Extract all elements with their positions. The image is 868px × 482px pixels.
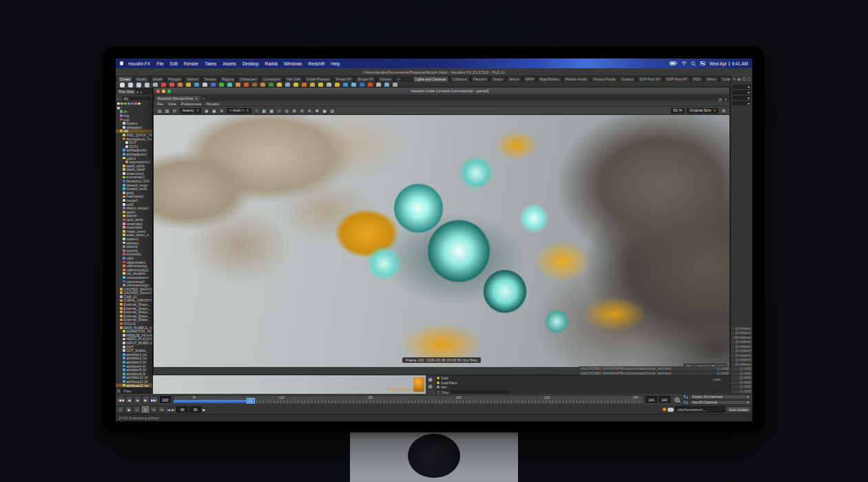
tree-filter-input[interactable]: Filter — [121, 388, 151, 393]
tree-node-row[interactable]: attribcopy2 (uv — [116, 384, 152, 387]
toolbar-icon[interactable]: ○ — [276, 108, 282, 114]
toolbar-icon[interactable]: ▦ — [261, 108, 267, 114]
range-start-field2[interactable]: 88 — [189, 406, 201, 412]
keyframe-options-button[interactable]: ◉ — [125, 406, 132, 412]
range-start-field[interactable]: 88 — [176, 406, 188, 412]
toolbar-icon[interactable]: ▣ — [322, 108, 328, 114]
toolbar-icon[interactable]: ◎ — [284, 108, 290, 114]
shelf-tab[interactable]: Grains — [490, 76, 506, 82]
edit-icon[interactable]: ✎ — [733, 77, 736, 82]
filter-mat-icon[interactable] — [131, 103, 134, 105]
menubar-item[interactable]: Takes — [205, 61, 216, 66]
info-icon[interactable]: ⓘ — [742, 77, 746, 82]
material-row[interactable]: Iron — [437, 385, 510, 390]
toolbar-icon[interactable]: ▤ — [329, 108, 335, 114]
shelf-tab[interactable]: Particle Fluids — [563, 76, 590, 82]
jump-to-operator-icon[interactable]: ➤ — [747, 90, 750, 94]
shelf-tab[interactable]: MPM — [523, 76, 537, 82]
material-shader-ball[interactable] — [413, 377, 424, 392]
renderview-menu-item[interactable]: View — [168, 102, 176, 106]
tab-close-icon[interactable]: × — [196, 96, 198, 101]
menubar-item[interactable]: Windows — [284, 61, 302, 66]
toolbar-icon[interactable]: ◔ — [254, 108, 260, 114]
menubar-item[interactable]: Render — [184, 61, 198, 66]
transport-button[interactable]: ◀ — [125, 396, 133, 404]
material-list-icon[interactable]: ▤ — [427, 384, 433, 389]
playback-settings-button[interactable]: ⚙ — [142, 406, 149, 412]
filter-obj-icon[interactable] — [121, 103, 123, 105]
cook-cloud-icon[interactable] — [668, 408, 674, 412]
param-field[interactable]: ➤ — [732, 96, 751, 100]
houdini-window-titlebar[interactable]: /Users/andre/Documents/Projects/Morph.hi… — [116, 68, 752, 76]
playhead[interactable]: 102 — [247, 398, 255, 404]
range-end-field2[interactable]: 240 — [659, 396, 670, 403]
pane-menu-icon[interactable]: ▤ — [717, 97, 723, 101]
panel-titlebar[interactable]: Houdini Indie Limited-Commercial - panel… — [154, 87, 730, 94]
audio-options-button[interactable]: ♪ — [117, 406, 124, 412]
filter-checkbox[interactable]: ☑ — [117, 389, 120, 393]
shelf-tab[interactable]: Particles — [471, 76, 489, 82]
toolbar-icon[interactable]: ⟳ — [172, 108, 178, 114]
shelf-tab[interactable]: Hair Utils — [284, 76, 303, 82]
menubar-item[interactable]: Edit — [170, 61, 178, 66]
shelf-tab[interactable]: + — [395, 76, 402, 82]
auto-snapshot-select[interactable]: < Auto > ▾ — [227, 108, 251, 114]
shelf-tool-icon[interactable] — [120, 83, 125, 87]
shelf-tab[interactable]: Terrain FX — [333, 76, 354, 82]
gear-icon[interactable]: ⚙ — [721, 108, 727, 114]
help-icon[interactable]: ⓘ — [747, 77, 752, 82]
close-traffic-light[interactable] — [156, 90, 160, 93]
filter-all-icon[interactable] — [117, 103, 120, 105]
filter-sop-icon[interactable] — [124, 103, 127, 105]
keys-status-button[interactable]: 0 keys, 0/0 channels▾ — [690, 395, 751, 399]
control-center-icon[interactable] — [700, 61, 705, 65]
auto-update-select[interactable]: Auto Update — [726, 406, 751, 412]
range-next-icon[interactable]: ▶| — [172, 408, 175, 412]
material-grid-icon[interactable]: ▦ — [427, 377, 433, 382]
shelf-tab[interactable]: Oceans — [619, 76, 636, 82]
pane-split-icon[interactable]: ▾ — [723, 97, 728, 101]
menubar-item[interactable]: Redshift — [308, 61, 324, 66]
renderview-menu-item[interactable]: File — [157, 102, 163, 106]
shelf-tab[interactable]: Rigging — [219, 76, 236, 82]
jump-to-operator-icon[interactable]: ➤ — [747, 101, 750, 105]
search-icon[interactable] — [691, 61, 696, 66]
range-end-field[interactable]: 240 — [645, 396, 657, 403]
loop-mode-button[interactable]: ∿ — [150, 406, 157, 412]
shelf-tab[interactable]: Vellum — [506, 76, 522, 82]
current-frame-field[interactable]: 102 — [160, 396, 171, 403]
shelf-tab[interactable]: Simple FX — [355, 76, 376, 82]
zoom-level-field[interactable]: 62 % — [671, 108, 685, 114]
menubar-item[interactable]: Houdini FX — [128, 61, 150, 66]
toolbar-icon[interactable]: ▨ — [164, 108, 170, 114]
shelf-tab[interactable]: Viscous Fluids — [590, 76, 618, 82]
menubar-clock[interactable]: Wed Apr 1 9:41 AM — [710, 61, 748, 66]
shelf-tab[interactable]: Characters — [237, 76, 259, 82]
image-size-select[interactable]: Original Size ▾ — [687, 108, 719, 114]
toolbar-icon[interactable]: ✖ — [314, 108, 320, 114]
shelf-tool-icon[interactable] — [136, 83, 141, 87]
render-image[interactable]: Frame 102: 2026-02-06 20:03:50 (1m:54s) — [154, 115, 730, 367]
menubar-item[interactable]: Desktop — [242, 61, 259, 66]
tree-path-field[interactable]: obj — [122, 96, 151, 101]
step-mode-button[interactable]: ↦ — [158, 406, 165, 412]
shelf-tab[interactable]: Polygon — [165, 76, 183, 82]
param-field[interactable]: ➤ — [732, 85, 751, 89]
tab-add-icon[interactable]: + — [200, 96, 207, 101]
shelf-tab[interactable]: Lights and Cameras — [413, 76, 449, 82]
realtime-toggle-button[interactable]: ⌂ — [134, 406, 141, 412]
shelf-tab[interactable]: Create — [117, 76, 133, 82]
thumbnail-icon[interactable] — [683, 395, 689, 399]
toolbar-icon[interactable]: ▩ — [269, 108, 275, 114]
filter-img-icon[interactable] — [134, 103, 137, 105]
toolbar-icon[interactable]: ⟲ — [299, 108, 305, 114]
forward-icon[interactable]: › — [120, 96, 121, 101]
magnifier-icon[interactable]: ⊕ — [737, 77, 741, 82]
shelf-tab[interactable]: Texture — [202, 76, 218, 82]
minimize-traffic-light[interactable] — [162, 90, 165, 93]
shelf-tab[interactable]: PDG — [691, 76, 704, 82]
tab-close-icon[interactable]: × — [136, 90, 138, 94]
transport-button[interactable]: ▶ — [142, 396, 149, 404]
menubar-item[interactable]: File — [156, 61, 163, 66]
back-icon[interactable]: ‹ — [117, 96, 118, 101]
